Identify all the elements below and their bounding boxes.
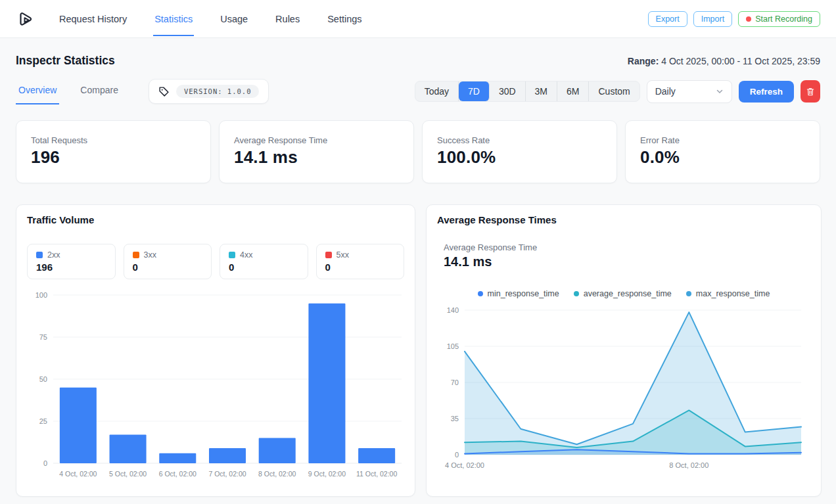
legend-label: max_response_time xyxy=(696,289,770,298)
traffic-volume-title: Traffic Volume xyxy=(27,214,404,225)
stat-value: 14.1 ms xyxy=(234,147,399,168)
svg-text:70: 70 xyxy=(451,378,459,386)
legend-dot-icon xyxy=(574,291,579,296)
stat-label: Average Response Time xyxy=(234,135,399,145)
svg-text:35: 35 xyxy=(451,415,459,423)
svg-text:25: 25 xyxy=(39,417,47,425)
svg-text:7 Oct, 02:00: 7 Oct, 02:00 xyxy=(208,470,246,478)
status-5xx-label: 5xx xyxy=(337,250,349,260)
status-2xx-swatch xyxy=(36,252,43,258)
svg-text:6 Oct, 02:00: 6 Oct, 02:00 xyxy=(159,470,197,478)
status-card-2xx: 2xx 196 xyxy=(27,244,116,279)
legend-dot-icon xyxy=(686,291,691,296)
stat-cards-row: Total Requests 196 Average Response Time… xyxy=(16,120,820,183)
status-2xx-label: 2xx xyxy=(47,250,60,260)
stat-card-total-requests: Total Requests 196 xyxy=(16,120,211,183)
nav-statistics[interactable]: Statistics xyxy=(153,2,194,36)
trash-icon xyxy=(806,87,815,97)
legend-dot-icon xyxy=(478,291,483,296)
svg-text:100: 100 xyxy=(35,291,47,299)
range-custom[interactable]: Custom xyxy=(589,81,639,101)
svg-text:4 Oct, 02:00: 4 Oct, 02:00 xyxy=(59,470,97,478)
legend-max-response-time: max_response_time xyxy=(686,289,770,298)
response-times-card: Average Response Times Average Response … xyxy=(426,204,822,497)
legend-label: average_response_time xyxy=(584,289,672,298)
version-badge: VERSION: 1.0.0 xyxy=(149,79,269,104)
stat-label: Success Rate xyxy=(437,135,602,145)
status-4xx-value: 0 xyxy=(229,262,299,273)
nav-rules[interactable]: Rules xyxy=(274,2,301,36)
range-30d[interactable]: 30D xyxy=(490,81,526,101)
delete-button[interactable] xyxy=(801,80,820,103)
page-title: Inspectr Statistics xyxy=(16,54,115,68)
tab-compare[interactable]: Compare xyxy=(78,78,121,104)
avg-response-value: 14.1 ms xyxy=(444,254,810,269)
record-dot-icon xyxy=(746,16,751,22)
svg-text:0: 0 xyxy=(455,451,459,459)
stat-label: Total Requests xyxy=(31,135,196,145)
stat-label: Error Rate xyxy=(640,135,805,145)
svg-text:50: 50 xyxy=(39,375,47,383)
svg-text:11 Oct, 02:00: 11 Oct, 02:00 xyxy=(356,470,397,478)
response-times-area-chart: 035701051404 Oct, 02:008 Oct, 02:00 xyxy=(437,302,810,474)
import-button[interactable]: Import xyxy=(693,11,732,27)
status-2xx-value: 196 xyxy=(36,262,106,273)
legend-label: min_response_time xyxy=(488,289,559,298)
stat-value: 0.0% xyxy=(640,147,805,168)
traffic-volume-card: Traffic Volume 2xx 196 3xx 0 xyxy=(16,204,415,497)
range-label: Range: xyxy=(628,56,659,66)
nav-usage[interactable]: Usage xyxy=(219,2,249,36)
nav-settings[interactable]: Settings xyxy=(326,2,363,36)
status-3xx-swatch xyxy=(133,252,139,258)
stat-value: 100.0% xyxy=(437,147,602,168)
status-code-cards: 2xx 196 3xx 0 4xx 0 xyxy=(27,244,404,279)
svg-text:4 Oct, 02:00: 4 Oct, 02:00 xyxy=(445,461,484,469)
range-6m[interactable]: 6M xyxy=(557,81,589,101)
version-text: VERSION: 1.0.0 xyxy=(176,85,260,98)
status-5xx-swatch xyxy=(325,252,332,258)
svg-text:9 Oct, 02:00: 9 Oct, 02:00 xyxy=(308,470,346,478)
start-recording-button[interactable]: Start Recording xyxy=(738,11,820,27)
refresh-button[interactable]: Refresh xyxy=(739,81,794,103)
range-value: 4 Oct 2025, 00:00 - 11 Oct 2025, 23:59 xyxy=(661,56,820,66)
avg-response-label: Average Response Time xyxy=(444,242,810,252)
legend-average-response-time: average_response_time xyxy=(574,289,672,298)
response-chart-legend: min_response_time average_response_time … xyxy=(437,289,810,298)
stat-value: 196 xyxy=(31,147,196,168)
legend-min-response-time: min_response_time xyxy=(478,289,559,298)
tag-icon xyxy=(158,86,170,97)
svg-text:105: 105 xyxy=(447,342,459,350)
range-7d[interactable]: 7D xyxy=(459,81,490,101)
interval-select[interactable]: Daily xyxy=(647,80,732,103)
main-nav: Request History Statistics Usage Rules S… xyxy=(58,2,363,36)
svg-text:5 Oct, 02:00: 5 Oct, 02:00 xyxy=(109,470,147,478)
status-5xx-value: 0 xyxy=(325,262,396,273)
chevron-down-icon xyxy=(716,87,724,95)
stat-card-error-rate: Error Rate 0.0% xyxy=(625,120,820,183)
status-card-5xx: 5xx 0 xyxy=(316,244,405,279)
export-button[interactable]: Export xyxy=(648,11,687,27)
nav-request-history[interactable]: Request History xyxy=(58,2,128,36)
response-times-title: Average Response Times xyxy=(437,214,810,225)
tab-overview[interactable]: Overview xyxy=(16,78,59,104)
range-segmented-control: Today 7D 30D 3M 6M Custom xyxy=(415,81,640,102)
range-today[interactable]: Today xyxy=(415,81,459,101)
range-3m[interactable]: 3M xyxy=(526,81,557,101)
status-3xx-value: 0 xyxy=(133,262,203,273)
svg-text:8 Oct, 02:00: 8 Oct, 02:00 xyxy=(258,470,296,478)
status-4xx-label: 4xx xyxy=(240,250,252,260)
status-card-4xx: 4xx 0 xyxy=(220,244,308,279)
date-range-display: Range: 4 Oct 2025, 00:00 - 11 Oct 2025, … xyxy=(628,56,820,66)
svg-text:0: 0 xyxy=(43,459,47,467)
top-navigation-bar: Request History Statistics Usage Rules S… xyxy=(0,0,836,38)
traffic-volume-bar-chart: 02550751004 Oct, 02:005 Oct, 02:006 Oct,… xyxy=(27,288,406,483)
stat-card-avg-response-time: Average Response Time 14.1 ms xyxy=(219,120,414,183)
status-3xx-label: 3xx xyxy=(144,250,156,260)
svg-text:140: 140 xyxy=(447,306,459,314)
status-4xx-swatch xyxy=(229,252,235,258)
svg-text:75: 75 xyxy=(39,333,47,341)
inspectr-logo-icon[interactable] xyxy=(16,9,35,29)
stat-card-success-rate: Success Rate 100.0% xyxy=(422,120,617,183)
svg-text:8 Oct, 02:00: 8 Oct, 02:00 xyxy=(669,461,708,469)
interval-value: Daily xyxy=(655,86,676,97)
